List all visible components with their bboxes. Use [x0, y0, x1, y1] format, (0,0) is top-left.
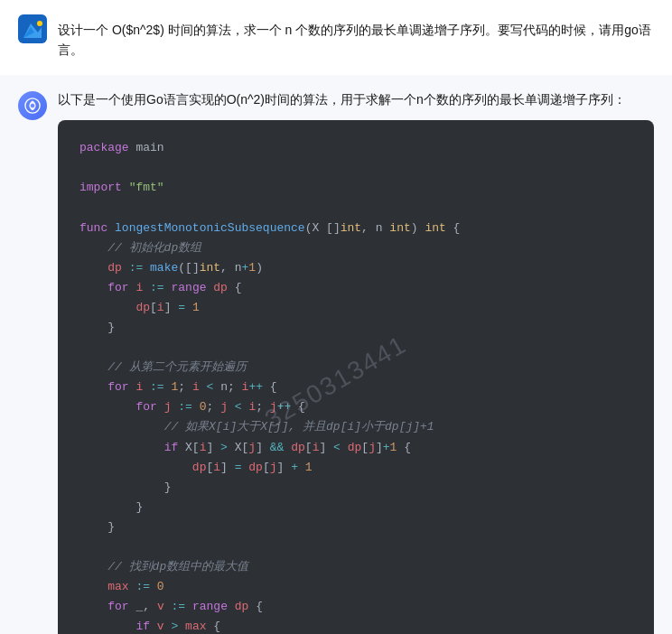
ai-intro-text: 以下是一个使用Go语言实现的O(n^2)时间的算法，用于求解一个n个数的序列的最… — [58, 89, 654, 109]
ai-message: 3250313441 以下是一个使用Go语言实现的O(n^2)时间的算法，用于求… — [0, 75, 672, 634]
code-block: package main import "fmt" func longestMo… — [58, 120, 654, 634]
code-content[interactable]: package main import "fmt" func longestMo… — [58, 120, 654, 634]
user-message-body: 设计一个 O($n^2$) 时间的算法，求一个 n 个数的序列的最长单调递增子序… — [58, 23, 651, 57]
svg-point-5 — [31, 104, 35, 108]
svg-point-3 — [37, 21, 42, 26]
ai-avatar — [18, 91, 47, 120]
user-message: 设计一个 O($n^2$) 时间的算法，求一个 n 个数的序列的最长单调递增子序… — [0, 0, 672, 75]
user-avatar — [18, 14, 47, 43]
ai-message-content: 以下是一个使用Go语言实现的O(n^2)时间的算法，用于求解一个n个数的序列的最… — [58, 89, 654, 634]
ai-logo-icon — [24, 98, 41, 114]
chat-container: 设计一个 O($n^2$) 时间的算法，求一个 n 个数的序列的最长单调递增子序… — [0, 0, 672, 634]
user-message-text: 设计一个 O($n^2$) 时间的算法，求一个 n 个数的序列的最长单调递增子序… — [58, 14, 654, 61]
